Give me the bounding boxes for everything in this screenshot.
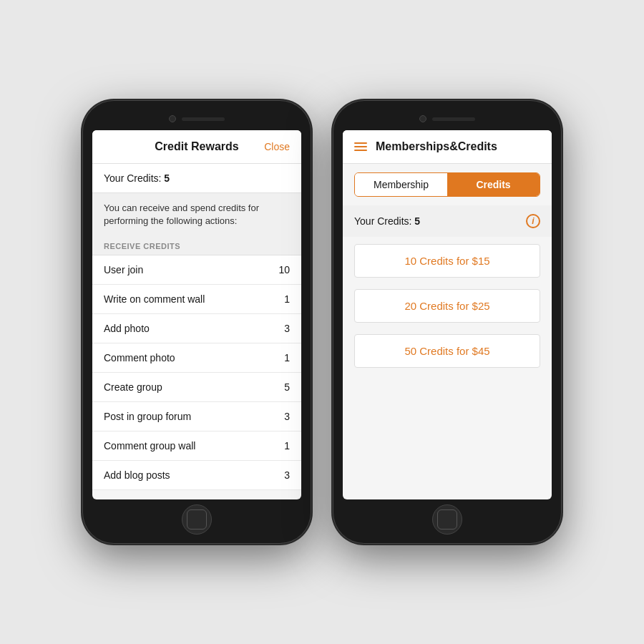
hamburger-line	[354, 142, 367, 144]
phone-1-screen: Credit Rewards Close Your Credits: 5 You…	[92, 130, 301, 499]
camera-icon	[419, 115, 426, 122]
phone-1-bottom	[92, 505, 301, 534]
item-label: Comment photo	[104, 352, 175, 364]
memberships-title: Memberships&Credits	[376, 140, 497, 153]
credit-items-list: User join 10 Write on comment wall 1 Add…	[92, 255, 301, 499]
your-credits-label: Your Credits: 5	[354, 215, 420, 227]
list-item: Comment photo 1	[92, 343, 301, 373]
tab-membership[interactable]: Membership	[355, 173, 447, 196]
list-item: Post in group forum 3	[92, 402, 301, 431]
purchase-20-credits-button[interactable]: 20 Credits for $25	[354, 289, 540, 323]
list-item: Create group 5	[92, 373, 301, 402]
item-label: Comment group wall	[104, 440, 195, 452]
home-button[interactable]	[182, 504, 212, 535]
item-label: Write on comment wall	[104, 293, 205, 305]
item-value: 3	[284, 323, 290, 334]
credit-rewards-header: Credit Rewards Close	[92, 130, 301, 164]
your-credits-label: Your Credits:	[104, 172, 161, 184]
tabs-container: Membership Credits	[354, 172, 540, 197]
item-value: 5	[284, 381, 290, 393]
home-button[interactable]	[432, 504, 462, 535]
phone-2-screen: Memberships&Credits Membership Credits Y…	[343, 130, 552, 499]
receive-credits-header: RECEIVE CREDITS	[92, 236, 301, 255]
item-value: 10	[278, 264, 290, 275]
phone-2-bottom	[343, 505, 552, 534]
hamburger-line	[354, 146, 367, 147]
hamburger-line	[354, 150, 367, 151]
purchase-50-credits-button[interactable]: 50 Credits for $45	[354, 334, 540, 368]
item-value: 1	[284, 293, 290, 305]
list-item: Comment group wall 1	[92, 431, 301, 461]
list-item: Add photo 3	[92, 314, 301, 343]
credits-summary: Your Credits: 5	[92, 164, 301, 193]
item-value: 1	[284, 440, 290, 452]
your-credits-bar: Your Credits: 5 i	[343, 205, 552, 237]
credits-value: 5	[414, 215, 420, 227]
item-label: Add blog posts	[104, 469, 170, 481]
camera-icon	[169, 115, 176, 122]
info-icon[interactable]: i	[526, 214, 540, 228]
item-label: Add photo	[104, 323, 150, 334]
item-value: 3	[284, 411, 290, 422]
purchase-10-credits-button[interactable]: 10 Credits for $15	[354, 244, 540, 278]
list-item: Write on comment wall 1	[92, 285, 301, 314]
phone-2-top-bar	[343, 110, 552, 127]
list-item: Add blog posts 3	[92, 461, 301, 490]
credits-value: 5	[164, 172, 170, 184]
close-button[interactable]: Close	[264, 141, 290, 152]
phone-1: Credit Rewards Close Your Credits: 5 You…	[82, 100, 311, 544]
tab-credits[interactable]: Credits	[447, 173, 540, 196]
item-label: User join	[104, 264, 143, 275]
memberships-header: Memberships&Credits	[343, 130, 552, 164]
speaker	[182, 117, 225, 121]
phones-container: Credit Rewards Close Your Credits: 5 You…	[82, 100, 562, 544]
home-button-inner	[437, 509, 457, 530]
item-value: 1	[284, 352, 290, 364]
phone-2: Memberships&Credits Membership Credits Y…	[333, 100, 562, 544]
home-button-inner	[187, 509, 207, 530]
phone-1-top-bar	[92, 110, 301, 127]
list-item: User join 10	[92, 255, 301, 285]
credit-rewards-title: Credit Rewards	[155, 140, 238, 153]
credits-description: You can receive and spend credits for pe…	[92, 193, 301, 236]
item-value: 3	[284, 469, 290, 481]
item-label: Post in group forum	[104, 411, 191, 422]
hamburger-menu-icon[interactable]	[354, 142, 367, 151]
item-label: Create group	[104, 381, 162, 393]
speaker	[432, 117, 475, 121]
